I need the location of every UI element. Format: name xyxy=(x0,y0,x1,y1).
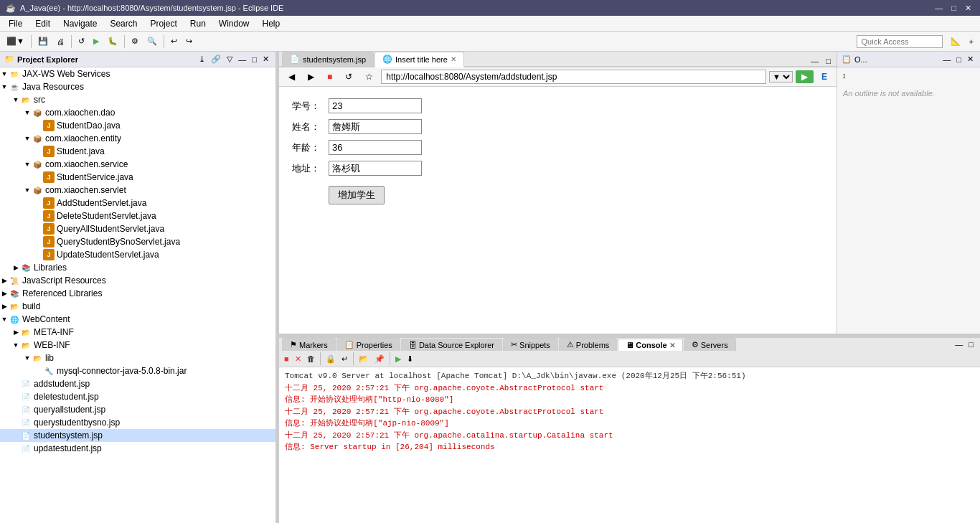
tree-arrow[interactable]: ▼ xyxy=(0,70,9,77)
tree-arrow[interactable]: ▼ xyxy=(23,354,32,362)
tree-item[interactable]: JAddStudentServlet.java xyxy=(0,197,275,209)
tree-arrow[interactable]: ▼ xyxy=(23,109,32,116)
console-tab-close[interactable]: ✕ xyxy=(669,341,675,349)
console-open-file-button[interactable]: 📂 xyxy=(357,354,371,364)
stop-button[interactable]: ■ xyxy=(322,70,337,84)
minimize-panel-button[interactable]: — xyxy=(236,54,248,65)
print-button[interactable]: 🖨 xyxy=(53,35,68,48)
toolbar-extra-2[interactable]: 🔍 xyxy=(143,34,161,48)
tree-item[interactable]: 📄queryallstudent.jsp xyxy=(0,403,275,416)
bookmark-button[interactable]: ☆ xyxy=(360,70,378,84)
bottom-tab-properties[interactable]: 📋 Properties xyxy=(336,338,400,351)
tree-item[interactable]: ▼☕Java Resources xyxy=(0,80,275,93)
console-pin-button[interactable]: 📌 xyxy=(372,354,387,364)
maximize-button[interactable]: □ xyxy=(948,4,959,13)
forward-button[interactable]: ▶ xyxy=(303,70,319,84)
bottom-tab-snippets[interactable]: ✂ Snippets xyxy=(503,338,558,351)
close-panel-button[interactable]: ✕ xyxy=(260,54,271,65)
outline-minimize-button[interactable]: — xyxy=(941,54,953,65)
tree-item[interactable]: ▼📦com.xiaochen.dao xyxy=(0,106,275,119)
tree-arrow[interactable]: ▼ xyxy=(0,316,9,323)
maximize-panel-button[interactable]: □ xyxy=(250,54,259,65)
console-scroll-lock-button[interactable]: 🔒 xyxy=(324,354,338,364)
bottom-tab-problems[interactable]: ⚠ Problems xyxy=(559,338,617,351)
project-explorer-controls[interactable]: ⤓ 🔗 ▽ — □ ✕ xyxy=(197,54,271,65)
tab-panel-controls[interactable]: — □ xyxy=(808,56,834,66)
quick-access-input[interactable] xyxy=(857,35,943,48)
input-name[interactable] xyxy=(329,119,422,134)
tab-studentsystem[interactable]: 📄 studentsystem.jsp xyxy=(282,52,374,66)
tree-arrow[interactable]: ▶ xyxy=(11,329,20,336)
tree-item[interactable]: JStudentService.java xyxy=(0,171,275,184)
tree-item[interactable]: JDeleteStudentServlet.java xyxy=(0,209,275,222)
tree-arrow[interactable]: ▼ xyxy=(23,135,32,142)
console-word-wrap-button[interactable]: ↵ xyxy=(339,354,350,364)
menu-project[interactable]: Project xyxy=(144,17,182,30)
url-input[interactable] xyxy=(381,70,766,84)
run-button[interactable]: ▶ xyxy=(90,34,103,48)
console-panel-minimize[interactable]: — xyxy=(953,339,965,349)
tree-arrow[interactable]: ▶ xyxy=(0,303,9,310)
toolbar-extra-4[interactable]: ↪ xyxy=(182,34,196,48)
tree-item[interactable]: JStudent.java xyxy=(0,145,275,158)
tree-item[interactable]: JQueryAllStudentServlet.java xyxy=(0,222,275,235)
tree-item[interactable]: 📄deletestudent.jsp xyxy=(0,390,275,403)
tree-item[interactable]: 📄querystudentbysno.jsp xyxy=(0,416,275,429)
tree-item[interactable]: ▼📦com.xiaochen.service xyxy=(0,158,275,171)
tree-item[interactable]: 🔧mysql-connector-java-5.0.8-bin.jar xyxy=(0,364,275,377)
tree-arrow[interactable]: ▼ xyxy=(11,341,20,349)
view-menu-button[interactable]: ▽ xyxy=(225,54,235,65)
tree-item[interactable]: JQueryStudentBySnoServlet.java xyxy=(0,235,275,248)
tree-item[interactable]: 📄updatestudent.jsp xyxy=(0,442,275,455)
tree-arrow[interactable]: ▼ xyxy=(0,83,9,90)
tab-maximize-button[interactable]: □ xyxy=(823,56,834,66)
go-button[interactable]: ▶ xyxy=(796,70,814,83)
tree-arrow[interactable]: ▶ xyxy=(11,264,20,271)
bottom-tab-console[interactable]: 🖥 Console ✕ xyxy=(618,339,682,351)
tree-item[interactable]: ▶📚Libraries xyxy=(0,261,275,274)
tree-item[interactable]: ▶📂build xyxy=(0,300,275,313)
tree-item[interactable]: ▼📂WEB-INF xyxy=(0,339,275,352)
input-age[interactable] xyxy=(329,140,422,155)
outline-close-button[interactable]: ✕ xyxy=(965,54,976,65)
console-stop-button[interactable]: ■ xyxy=(282,354,291,364)
menu-run[interactable]: Run xyxy=(184,17,212,30)
menu-window[interactable]: Window xyxy=(213,17,255,30)
tree-item[interactable]: ▼📦com.xiaochen.servlet xyxy=(0,184,275,197)
console-terminate-button[interactable]: ✕ xyxy=(293,354,303,364)
menu-file[interactable]: File xyxy=(3,17,28,30)
title-bar-controls[interactable]: — □ ✕ xyxy=(932,4,974,13)
tree-item[interactable]: ▶📚Referenced Libraries xyxy=(0,287,275,300)
bottom-tab-servers[interactable]: ⚙ Servers xyxy=(684,338,736,351)
tree-arrow[interactable]: ▼ xyxy=(23,161,32,168)
toolbar-extra-1[interactable]: ⚙ xyxy=(128,34,142,48)
tab-insert-title-close[interactable]: ✕ xyxy=(451,55,456,63)
link-with-editor-button[interactable]: 🔗 xyxy=(209,54,223,65)
add-student-button[interactable]: 增加学生 xyxy=(329,186,385,204)
eclipse-link-button[interactable]: E xyxy=(816,70,832,84)
console-clear-button[interactable]: 🗑 xyxy=(305,354,317,364)
menu-search[interactable]: Search xyxy=(104,17,143,30)
back-button[interactable]: ◀ xyxy=(283,70,300,84)
tree-item[interactable]: ▶📂META-INF xyxy=(0,326,275,339)
menu-navigate[interactable]: Navigate xyxy=(57,17,103,30)
tree-item[interactable]: JStudentDao.java xyxy=(0,119,275,132)
tree-item[interactable]: 📄studentsystem.jsp xyxy=(0,429,275,442)
tree-item[interactable]: ▼📁JAX-WS Web Services xyxy=(0,67,275,80)
outline-sort-button[interactable]: ↕ xyxy=(840,70,849,80)
input-address[interactable] xyxy=(329,161,422,176)
console-run-button[interactable]: ▶ xyxy=(393,354,403,364)
tree-item[interactable]: ▶📜JavaScript Resources xyxy=(0,274,275,287)
new-button[interactable]: ⬛▼ xyxy=(3,34,28,48)
tab-minimize-button[interactable]: — xyxy=(808,56,821,66)
menu-help[interactable]: Help xyxy=(257,17,286,30)
outline-maximize-button[interactable]: □ xyxy=(954,54,963,65)
perspective-button[interactable]: 📐 xyxy=(947,34,964,48)
url-dropdown[interactable]: ▼ xyxy=(769,71,793,83)
close-button[interactable]: ✕ xyxy=(962,4,974,13)
save-button[interactable]: 💾 xyxy=(34,34,52,48)
open-perspective-button[interactable]: + xyxy=(966,35,977,48)
toolbar-extra-3[interactable]: ↩ xyxy=(167,34,181,48)
console-step-button[interactable]: ⬇ xyxy=(405,354,415,364)
tree-arrow[interactable]: ▶ xyxy=(0,290,9,297)
